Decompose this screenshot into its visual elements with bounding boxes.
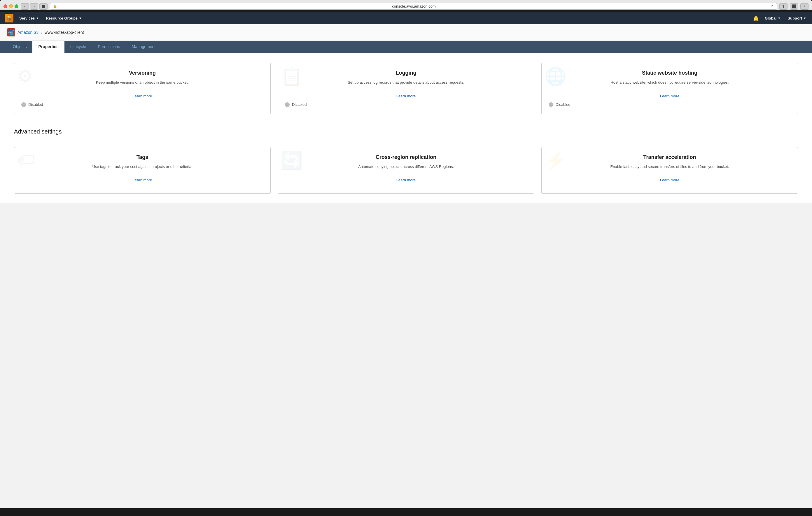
support-label: Support (787, 16, 802, 21)
browser-nav-buttons: ‹ › ⬛ (21, 3, 48, 10)
advanced-settings-section: Advanced settings 🏷 Tags Use tags to tra… (14, 128, 798, 194)
reload-button[interactable]: ↺ (771, 4, 774, 8)
static-website-hosting-card[interactable]: 🌐 Static website hosting Host a static w… (541, 63, 798, 114)
browser-chrome: ‹ › ⬛ 🔒 console.aws.amazon.com ↺ ⬆ ⬛ + (0, 0, 812, 10)
cross-region-bg-icon: 🔄 (281, 150, 303, 171)
tab-objects[interactable]: Objects (7, 41, 32, 53)
services-caret: ▼ (36, 17, 39, 20)
url-text: console.aws.amazon.com (59, 4, 769, 8)
address-bar[interactable]: 🔒 console.aws.amazon.com ↺ (50, 3, 777, 10)
versioning-learn-more-link[interactable]: Learn more (21, 94, 263, 98)
aws-navbar: 📦 Services ▼ Resource Groups ▼ 🔔 Global … (0, 12, 812, 24)
breadcrumb-bucket-name: www-notes-app-client (45, 30, 84, 35)
transfer-card-desc: Enable fast, easy and secure transfers o… (549, 164, 791, 170)
tab-permissions[interactable]: Permissions (92, 41, 126, 53)
static-website-status-label: Disabled (556, 102, 571, 107)
back-button[interactable]: ‹ (21, 3, 29, 10)
transfer-bg-icon: ⚡ (545, 150, 567, 171)
logging-card-title: Logging (285, 70, 527, 76)
logging-status-dot (285, 102, 290, 107)
tab-lifecycle[interactable]: Lifecycle (64, 41, 92, 53)
static-website-status: Disabled (549, 102, 791, 107)
versioning-bg-icon: ⚙ (17, 66, 33, 86)
services-menu[interactable]: Services ▼ (18, 16, 40, 21)
share-button[interactable]: ⬆ (779, 3, 787, 10)
cross-region-replication-card[interactable]: 🔄 Cross-region replication Automate copy… (278, 147, 534, 194)
static-website-card-desc: Host a static website, which does not re… (549, 80, 791, 85)
minimize-button[interactable] (9, 4, 13, 8)
logging-bg-icon: 📋 (281, 66, 303, 87)
static-website-card-title: Static website hosting (549, 70, 791, 76)
aws-logo: 📦 (5, 14, 13, 23)
advanced-settings-title: Advanced settings (14, 128, 798, 135)
new-tab-button[interactable]: ⬛ (790, 3, 798, 10)
versioning-card[interactable]: ⚙ Versioning Keep multiple versions of a… (14, 63, 271, 114)
browser-titlebar: ‹ › ⬛ 🔒 console.aws.amazon.com ↺ ⬆ ⬛ + (3, 3, 809, 10)
support-caret: ▼ (803, 17, 806, 20)
notifications-icon[interactable]: 🔔 (753, 16, 759, 21)
services-label: Services (19, 16, 35, 21)
breadcrumb: 🪣 Amazon S3 › www-notes-app-client (0, 24, 812, 41)
window-button[interactable]: ⬛ (39, 3, 48, 10)
cross-region-card-desc: Automate copying objects across differen… (285, 164, 527, 170)
add-tab-button[interactable]: + (800, 3, 809, 10)
tags-card[interactable]: 🏷 Tags Use tags to track your cost again… (14, 147, 271, 194)
tabs-bar: Objects Properties Lifecycle Permissions… (0, 41, 812, 53)
logging-card-desc: Set up access log records that provide d… (285, 80, 527, 85)
static-website-learn-more-link[interactable]: Learn more (549, 94, 791, 98)
forward-button[interactable]: › (30, 3, 38, 10)
cross-region-learn-more-link[interactable]: Learn more (285, 178, 527, 182)
close-button[interactable] (3, 4, 7, 8)
cross-region-card-title: Cross-region replication (285, 154, 527, 160)
fullscreen-button[interactable] (14, 4, 18, 8)
resource-groups-caret: ▼ (79, 17, 82, 20)
tab-management[interactable]: Management (126, 41, 161, 53)
logging-learn-more-link[interactable]: Learn more (285, 94, 527, 98)
logging-status-label: Disabled (292, 102, 307, 107)
traffic-lights (3, 4, 18, 8)
lock-icon: 🔒 (53, 4, 57, 8)
global-label: Global (765, 16, 776, 21)
versioning-status: Disabled (21, 102, 263, 107)
breadcrumb-s3-link[interactable]: Amazon S3 (18, 30, 38, 35)
global-menu[interactable]: Global ▼ (763, 16, 782, 21)
resource-groups-label: Resource Groups (46, 16, 78, 21)
static-website-status-dot (549, 102, 553, 107)
versioning-card-title: Versioning (21, 70, 263, 76)
transfer-acceleration-card[interactable]: ⚡ Transfer acceleration Enable fast, eas… (541, 147, 798, 194)
versioning-status-label: Disabled (28, 102, 43, 107)
breadcrumb-separator: › (41, 30, 42, 35)
support-menu[interactable]: Support ▼ (786, 16, 807, 21)
s3-logo: 🪣 (7, 28, 15, 36)
tags-learn-more-link[interactable]: Learn more (21, 178, 263, 182)
browser-actions: ⬆ ⬛ + (779, 3, 809, 10)
versioning-card-desc: Keep multiple versions of an object in t… (21, 80, 263, 85)
static-website-bg-icon: 🌐 (545, 66, 567, 87)
resource-groups-menu[interactable]: Resource Groups ▼ (45, 16, 83, 21)
transfer-card-title: Transfer acceleration (549, 154, 791, 160)
tags-bg-icon: 🏷 (17, 150, 35, 170)
global-caret: ▼ (778, 17, 781, 20)
versioning-status-dot (21, 102, 26, 107)
tab-properties[interactable]: Properties (32, 41, 64, 53)
logging-card[interactable]: 📋 Logging Set up access log records that… (278, 63, 534, 114)
main-content: ⚙ Versioning Keep multiple versions of a… (0, 53, 812, 203)
logging-status: Disabled (285, 102, 527, 107)
page-content: 🪣 Amazon S3 › www-notes-app-client Objec… (0, 24, 812, 508)
tags-card-desc: Use tags to track your cost against proj… (21, 164, 263, 170)
transfer-learn-more-link[interactable]: Learn more (549, 178, 791, 182)
tags-card-title: Tags (21, 154, 263, 160)
navbar-right: 🔔 Global ▼ Support ▼ (753, 16, 807, 21)
